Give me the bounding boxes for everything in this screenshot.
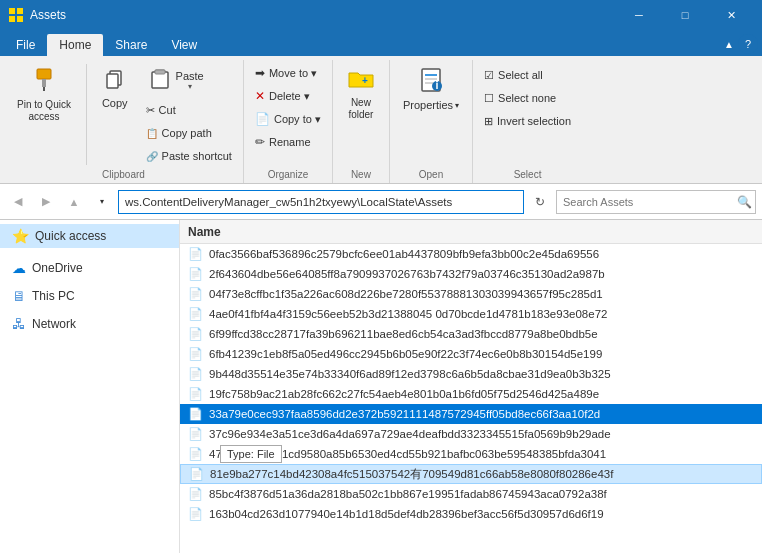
file-item[interactable]: 📄33a79e0cec937faa8596dd2e372b59211114875…	[180, 404, 762, 424]
file-type-icon: 📄	[188, 367, 203, 381]
ribbon: Pin to Quickaccess Copy	[0, 56, 762, 184]
sidebar-item-network[interactable]: 🖧 Network	[0, 312, 179, 336]
refresh-button[interactable]: ↻	[528, 190, 552, 214]
copy-button[interactable]: Copy	[93, 62, 137, 114]
maximize-button[interactable]: □	[662, 0, 708, 30]
window-controls: ─ □ ✕	[616, 0, 754, 30]
sidebar-label-onedrive: OneDrive	[32, 261, 83, 275]
search-input[interactable]	[556, 190, 756, 214]
svg-point-19	[436, 81, 438, 83]
forward-button[interactable]: ▶	[34, 190, 58, 214]
file-type-icon: 📄	[188, 387, 203, 401]
file-item[interactable]: 📄0fac3566baf536896c2579bcfc6ee01ab443780…	[180, 244, 762, 264]
file-type-icon: 📄	[188, 347, 203, 361]
tab-share[interactable]: Share	[103, 34, 159, 56]
file-item[interactable]: 📄4ae0f41fbf4a4f3159c56eeb52b3d21388045 0…	[180, 304, 762, 324]
pin-icon	[31, 67, 57, 97]
rename-icon: ✏	[255, 135, 265, 149]
file-type-icon: 📄	[188, 487, 203, 501]
file-type-icon: 📄	[188, 267, 203, 281]
file-item[interactable]: 📄85bc4f3876d51a36da2818ba502c1bb867e1995…	[180, 484, 762, 504]
organize-group: ➡ Move to ▾ ✕ Delete ▾ 📄 Copy to ▾ ✏ Ren…	[244, 60, 333, 183]
organize-label: Organize	[268, 167, 309, 183]
pin-to-quick-access-button[interactable]: Pin to Quickaccess	[8, 62, 80, 128]
paste-shortcut-button[interactable]: 🔗 Paste shortcut	[139, 145, 239, 167]
pin-label: Pin to Quickaccess	[17, 99, 71, 123]
properties-button[interactable]: Properties ▾	[394, 62, 468, 116]
tab-home[interactable]: Home	[47, 34, 103, 56]
back-button[interactable]: ◀	[6, 190, 30, 214]
file-type-icon: 📄	[188, 307, 203, 321]
this-pc-icon: 🖥	[12, 288, 26, 304]
copy-path-button[interactable]: 📋 Copy path	[139, 122, 239, 144]
file-item[interactable]: 📄19fc758b9ac21ab28fc662c27fc54aeb4e801b0…	[180, 384, 762, 404]
file-name: 9b448d35514e35e74b33340f6ad89f12ed3798c6…	[209, 368, 611, 380]
new-items: + Newfolder	[337, 62, 385, 167]
file-item[interactable]: 📄37c96e934e3a51ce3d6a4da697a729ae4deafbd…	[180, 424, 762, 444]
address-input[interactable]	[118, 190, 524, 214]
open-items: Properties ▾	[394, 62, 468, 167]
clipboard-label: Clipboard	[102, 167, 145, 183]
rename-button[interactable]: ✏ Rename	[248, 131, 328, 153]
select-none-button[interactable]: ☐ Select none	[477, 87, 578, 109]
file-item[interactable]: 📄81e9ba277c14bd42308a4fc515037542有709549…	[180, 464, 762, 484]
file-type-icon: 📄	[188, 247, 203, 261]
file-item[interactable]: 📄04f73e8cffbc1f35a226ac608d226be7280f553…	[180, 284, 762, 304]
close-button[interactable]: ✕	[708, 0, 754, 30]
sidebar-item-onedrive[interactable]: ☁ OneDrive	[0, 256, 179, 280]
new-folder-button[interactable]: + Newfolder	[337, 62, 385, 126]
file-item[interactable]: 📄47fe181dca761cd9580a85b6530ed4cd55b921b…	[180, 444, 762, 464]
svg-rect-3	[17, 16, 23, 22]
file-item[interactable]: 📄9b448d35514e35e74b33340f6ad89f12ed3798c…	[180, 364, 762, 384]
file-type-icon: 📄	[188, 287, 203, 301]
help-button[interactable]: ?	[738, 34, 758, 54]
select-all-icon: ☑	[484, 69, 494, 82]
properties-icon	[418, 67, 444, 97]
sidebar-label-this-pc: This PC	[32, 289, 75, 303]
select-group: ☑ Select all ☐ Select none ⊞ Invert sele…	[473, 60, 582, 183]
file-type-icon: 📄	[188, 447, 203, 461]
sidebar-item-quick-access[interactable]: ⭐ Quick access	[0, 224, 179, 248]
file-item[interactable]: 📄6f99ffcd38cc28717fa39b696211bae8ed6cb54…	[180, 324, 762, 344]
file-name: 33a79e0cec937faa8596dd2e372b592111148757…	[209, 408, 600, 420]
svg-rect-5	[42, 79, 46, 87]
tab-view[interactable]: View	[159, 34, 209, 56]
file-item[interactable]: 📄2f643604dbe56e64085ff8a7909937026763b74…	[180, 264, 762, 284]
sidebar-item-this-pc[interactable]: 🖥 This PC	[0, 284, 179, 308]
copy-path-icon: 📋	[146, 128, 158, 139]
move-to-button[interactable]: ➡ Move to ▾	[248, 62, 328, 84]
file-name: 37c96e934e3a51ce3d6a4da697a729ae4deafbdd…	[209, 428, 611, 440]
cut-button[interactable]: ✂ Cut	[139, 99, 239, 121]
paste-shortcut-icon: 🔗	[146, 151, 158, 162]
file-name: 163b04cd263d1077940e14b1d18d5def4db28396…	[209, 508, 604, 520]
tab-file[interactable]: File	[4, 34, 47, 56]
select-label: Select	[514, 167, 542, 183]
organize-buttons: ➡ Move to ▾ ✕ Delete ▾ 📄 Copy to ▾ ✏ Ren…	[248, 62, 328, 153]
invert-icon: ⊞	[484, 115, 493, 128]
up-button[interactable]: ▲	[62, 190, 86, 214]
cut-icon: ✂	[146, 104, 155, 117]
file-item[interactable]: 📄163b04cd263d1077940e14b1d18d5def4db2839…	[180, 504, 762, 524]
minimize-button[interactable]: ─	[616, 0, 662, 30]
select-all-button[interactable]: ☑ Select all	[477, 64, 578, 86]
svg-rect-8	[107, 74, 118, 88]
file-list[interactable]: Name 📄0fac3566baf536896c2579bcfc6ee01ab4…	[180, 220, 762, 553]
app-icon	[8, 7, 24, 23]
copy-to-icon: 📄	[255, 112, 270, 126]
new-label: New	[351, 167, 371, 183]
paste-button[interactable]: Paste ▾	[139, 62, 239, 99]
svg-text:+: +	[362, 75, 368, 86]
file-item[interactable]: 📄6fb41239c1eb8f5a05ed496cc2945b6b05e90f2…	[180, 344, 762, 364]
invert-selection-button[interactable]: ⊞ Invert selection	[477, 110, 578, 132]
delete-button[interactable]: ✕ Delete ▾	[248, 85, 328, 107]
file-type-icon: 📄	[189, 467, 204, 481]
window-title: Assets	[30, 8, 616, 22]
sidebar: ⭐ Quick access ☁ OneDrive 🖥 This PC 🖧 Ne…	[0, 220, 180, 553]
ribbon-collapse-icon[interactable]: ▲	[724, 39, 734, 50]
copy-to-button[interactable]: 📄 Copy to ▾	[248, 108, 328, 130]
address-bar: ◀ ▶ ▲ ▾ ↻ 🔍	[0, 184, 762, 220]
main-content: ⭐ Quick access ☁ OneDrive 🖥 This PC 🖧 Ne…	[0, 220, 762, 553]
sidebar-label-quick-access: Quick access	[35, 229, 106, 243]
svg-rect-1	[17, 8, 23, 14]
recent-locations-button[interactable]: ▾	[90, 190, 114, 214]
